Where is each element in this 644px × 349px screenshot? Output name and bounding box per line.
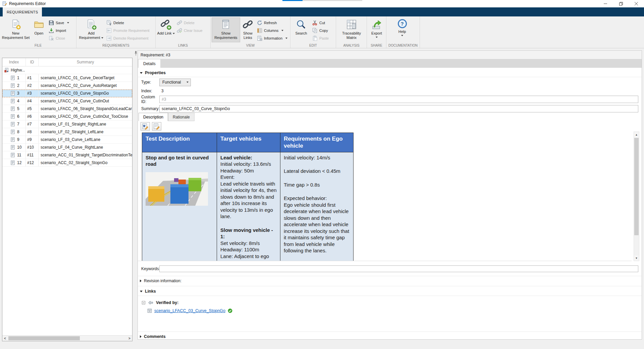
horizontal-scrollbar[interactable]: < > [2,335,132,341]
edit-in-word-button[interactable] [141,122,150,131]
show-links-button[interactable]: Show Links [240,17,256,42]
open-button[interactable]: Open [31,17,47,42]
scroll-down-arrow[interactable]: ▼ [634,255,639,261]
scrollbar-thumb[interactable] [634,138,639,235]
row-index: 5 [17,106,19,111]
table-row[interactable]: 7 #7 scenario_LF_01_Straight_RightLane [2,120,132,128]
chevron-down-icon[interactable] [67,22,69,23]
view-small-buttons: Refresh Columns Information [256,17,289,42]
tab-rationale[interactable]: Rationale [168,113,195,121]
ribbon-group-analysis: Traceability Matrix ANALYSIS [336,16,367,48]
restore-button[interactable] [613,0,629,7]
tree-header: Index ID Summary [2,58,132,66]
requirement-icon [10,114,15,119]
columns-button[interactable]: Columns [256,27,289,34]
export-button[interactable]: Export [368,17,385,42]
column-header-summary[interactable]: Summary [39,58,132,66]
information-button[interactable]: Information [256,34,289,42]
add-requirement-button[interactable]: Add Requirement [77,17,105,42]
row-id: #2 [26,82,39,89]
promote-requirement-button[interactable]: Promote Requirement [105,27,152,34]
tab-description[interactable]: Description [139,113,168,121]
edit-text-button[interactable] [152,122,161,131]
row-id: #12 [26,159,39,166]
summary-field[interactable] [159,105,638,112]
row-summary: scenario_LFACC_03_Curve_StopnGo [39,90,132,97]
group-label-file: FILE [0,44,76,47]
new-requirement-set-button[interactable]: New Requirement Set [1,17,31,42]
scrollbar-track[interactable] [8,336,127,341]
description-viewport[interactable]: Test Description Target vehicles Require… [138,132,632,261]
scroll-right-arrow[interactable]: > [127,337,132,340]
copy-button[interactable]: Copy [311,27,331,34]
scroll-up-arrow[interactable]: ▲ [634,132,639,137]
impact-arrow-icon [148,301,153,305]
lead-vehicle-body: Initial velocity: 13.6m/s Headway: 50m E… [220,161,277,220]
summary-label: Summary: [141,106,159,111]
refresh-button[interactable]: Refresh [256,19,289,27]
demote-icon [106,36,112,41]
add-link-button[interactable]: Add Link [157,17,175,42]
requirement-header: Requirement: #3 [138,51,642,59]
links-section-header[interactable]: Links [138,288,642,295]
table-row[interactable]: 9 #9 scenario_LF_03_Curve_LeftLane [2,136,132,144]
verified-by-label: Verified by: [156,300,178,305]
row-id: #4 [26,97,39,105]
table-row[interactable]: 11 #11 scenario_ACC_01_Straight_TargetDi… [2,151,132,159]
toolstrip: New Requirement Set Open Save Import Clo… [0,16,644,48]
column-header-id[interactable]: ID [26,58,39,66]
type-dropdown[interactable]: Functional [159,79,191,86]
demote-requirement-button[interactable]: Demote Requirement [105,34,152,42]
cut-button[interactable]: Cut [311,19,331,27]
help-icon: ? [398,19,407,28]
tab-details[interactable]: Details [139,59,160,68]
table-row[interactable]: 5 #5 scenario_LFACC_06_Straight_StopandG… [2,105,132,113]
table-row[interactable]: 2 #2 scenario_LFACC_02_Curve_AutoRetarge… [2,82,132,90]
table-row[interactable]: 10 #10 scenario_LF_04_Curve_RightLane [2,144,132,151]
requirement-icon [10,122,15,127]
show-requirements-button[interactable]: Show Requirements [212,17,240,42]
clear-issue-button[interactable]: Clear Issue [175,27,205,34]
column-header-index[interactable]: Index [2,58,26,66]
paste-button[interactable]: Paste [311,34,331,42]
delete-requirement-button[interactable]: Delete [105,19,152,27]
promote-icon [106,28,112,33]
traceability-matrix-button[interactable]: Traceability Matrix [337,17,366,42]
delete-link-button[interactable]: Delete [175,19,205,27]
scroll-left-arrow[interactable]: < [2,337,8,340]
tab-requirements[interactable]: REQUIREMENTS [3,7,42,16]
table-row[interactable]: 8 #8 scenario_LF_02_Straight_LeftLane [2,128,132,136]
close-file-button[interactable]: Close [47,34,71,42]
table-row-selected[interactable]: 3 #3 scenario_LFACC_03_Curve_StopnGo [2,90,132,97]
table-row[interactable]: 1 #1 scenario_LFACC_01_Curve_DecelTarget [2,74,132,82]
detail-body: Properties Type: Functional Index: 3 Cus… [138,68,642,339]
revision-section-header[interactable]: Revision information: [138,277,642,285]
verified-link[interactable]: scenario_LFACC_03_Curve_StopnGo [154,308,225,313]
scrollbar-thumb[interactable] [8,336,80,340]
save-button[interactable]: Save [47,19,71,27]
keywords-row: Keywords: [138,265,642,272]
import-button[interactable]: Import [47,27,71,34]
custom-id-field[interactable] [159,96,638,103]
table-row[interactable]: 6 #6 scenario_LFACC_05_Curve_CutInOut_To… [2,113,132,120]
row-id: #3 [26,90,39,97]
keywords-field[interactable] [159,265,638,272]
vertical-scrollbar[interactable]: ▲ ▼ [634,132,639,261]
comments-section-header[interactable]: Comments [138,333,642,340]
search-button[interactable]: Search [291,17,311,42]
search-icon [296,19,307,30]
row-summary: scenario_LF_03_Curve_LeftLane [39,136,132,143]
minimize-button[interactable] [598,0,613,7]
ribbon-tab-bar: REQUIREMENTS [0,7,644,16]
close-button[interactable] [629,0,644,7]
table-row[interactable]: 4 #4 scenario_LFACC_04_Curve_CutInOut [2,97,132,105]
ego-p2: Lateral deviation < 0.45m [284,168,350,174]
row-index: 11 [17,153,21,157]
table-row[interactable]: 12 #12 scenario_ACC_02_Straight_StopnGo [2,159,132,167]
help-button[interactable]: ? Help [392,17,412,42]
requirement-set-row[interactable]: Highw... [2,66,132,74]
collapse-box-icon[interactable] [142,301,145,304]
properties-section-header[interactable]: Properties [138,69,642,77]
group-label-view: VIEW [211,44,290,47]
row-summary: scenario_ACC_01_Straight_TargetDiscrimin… [39,151,132,159]
